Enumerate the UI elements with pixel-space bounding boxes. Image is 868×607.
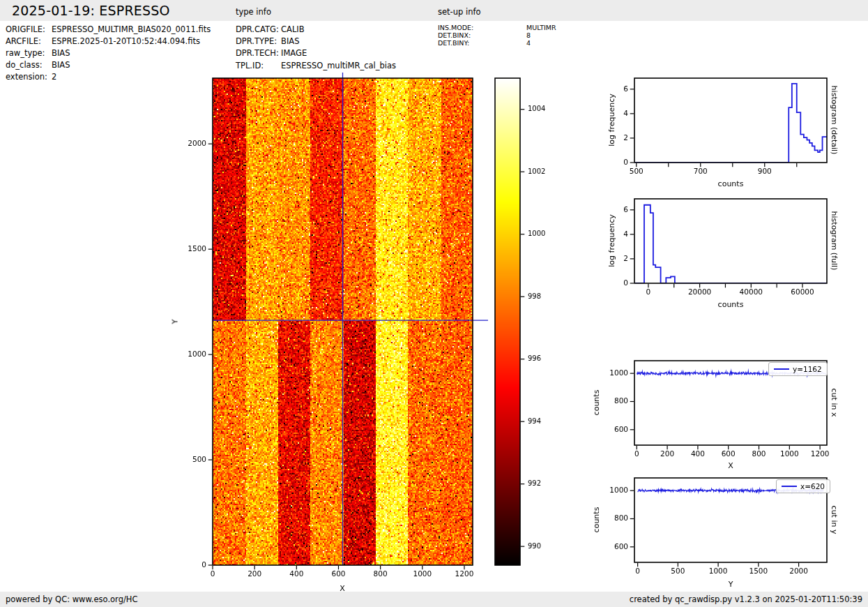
origfile-value: ESPRESSO_MULTIMR_BIAS020_0011.fits: [52, 24, 211, 34]
raw-type-label: raw_type:: [6, 48, 52, 58]
dpr-type-value: BIAS: [281, 36, 299, 46]
hist-detail-right-label: histogram (detail): [830, 86, 839, 155]
cut-y-xlabel: Y: [729, 580, 733, 589]
dpr-tech-value: IMAGE: [281, 48, 307, 58]
footer-powered-by: powered by QC: www.eso.org/HC: [6, 594, 137, 604]
dpr-tech-label: DPR.TECH:: [236, 48, 281, 58]
hist-detail-ylabel: log frequency: [607, 93, 616, 146]
colorbar-canvas: [495, 78, 520, 565]
legend-line-icon: [774, 368, 789, 370]
raw-type-value: BIAS: [52, 48, 70, 58]
det-biny-row: DET.BINY:4: [438, 39, 531, 47]
setup-info-heading: set-up info: [438, 7, 481, 17]
det-binx-row: DET.BINX:8: [438, 31, 531, 39]
page-title: 2025-01-19: ESPRESSO: [12, 3, 170, 18]
legend-line-icon: [782, 486, 797, 487]
dpr-type-row: DPR.TYPE:BIAS: [236, 36, 299, 46]
arcfile-value: ESPRE.2025-01-20T10:52:44.094.fits: [52, 36, 200, 46]
ins-mode-row: INS.MODE:MULTIMR: [438, 24, 556, 31]
det-biny-label: DET.BINY:: [438, 39, 526, 47]
dpr-catg-value: CALIB: [281, 24, 305, 34]
cut-y-legend: x=620: [776, 479, 830, 493]
type-info-heading: type info: [236, 7, 271, 17]
tpl-id-row: TPL.ID:ESPRESSO_multiMR_cal_bias: [236, 61, 396, 70]
image-xaxis-label: X: [340, 584, 345, 593]
det-binx-label: DET.BINX:: [438, 31, 526, 39]
cut-y-legend-text: x=620: [800, 482, 825, 490]
do-class-label: do_class:: [6, 60, 52, 70]
dpr-catg-row: DPR.CATG:CALIB: [236, 24, 305, 34]
dpr-tech-row: DPR.TECH:IMAGE: [236, 48, 307, 58]
do-class-row: do_class:BIAS: [6, 60, 70, 70]
footer-created-by: created by qc_rawdisp.py v1.2.3 on 2025-…: [630, 594, 862, 604]
arcfile-row: ARCFILE:ESPRE.2025-01-20T10:52:44.094.fi…: [6, 36, 200, 46]
hist-detail-xlabel: counts: [718, 179, 744, 188]
extension-value: 2: [52, 72, 56, 82]
image-yaxis-label: Y: [171, 320, 180, 324]
extension-row: extension:2: [6, 72, 56, 82]
ins-mode-label: INS.MODE:: [438, 24, 526, 31]
det-biny-value: 4: [526, 39, 531, 47]
dpr-catg-label: DPR.CATG:: [236, 24, 281, 34]
cut-x-xlabel: X: [728, 461, 733, 470]
origfile-row: ORIGFILE:ESPRESSO_MULTIMR_BIAS020_0011.f…: [6, 24, 211, 34]
tpl-id-value: ESPRESSO_multiMR_cal_bias: [281, 61, 396, 70]
footer-bar: powered by QC: www.eso.org/HC created by…: [0, 592, 868, 607]
cut-y-ylabel: counts: [592, 507, 601, 533]
ins-mode-value: MULTIMR: [526, 24, 556, 31]
header-bar: 2025-01-19: ESPRESSO type info set-up in…: [0, 0, 868, 21]
origfile-label: ORIGFILE:: [6, 24, 52, 34]
cut-x-legend-text: y=1162: [793, 365, 822, 373]
det-binx-value: 8: [526, 31, 531, 39]
hist-full-right-label: histogram (full): [830, 211, 839, 271]
qc-report-page: 2025-01-19: ESPRESSO type info set-up in…: [0, 0, 868, 607]
dpr-type-label: DPR.TYPE:: [236, 36, 281, 46]
raw-type-row: raw_type:BIAS: [6, 48, 70, 58]
cut-x-right-label: cut in x: [830, 389, 839, 417]
hist-full-ylabel: log frequency: [607, 214, 616, 267]
cut-x-ylabel: counts: [592, 390, 601, 416]
tpl-id-label: TPL.ID:: [236, 61, 281, 70]
arcfile-label: ARCFILE:: [6, 36, 52, 46]
hist-full-xlabel: counts: [718, 300, 744, 309]
do-class-value: BIAS: [52, 60, 70, 70]
extension-label: extension:: [6, 72, 52, 82]
cut-y-right-label: cut in y: [830, 506, 839, 534]
cut-x-legend: y=1162: [768, 362, 828, 376]
bias-image-canvas: [213, 78, 473, 565]
